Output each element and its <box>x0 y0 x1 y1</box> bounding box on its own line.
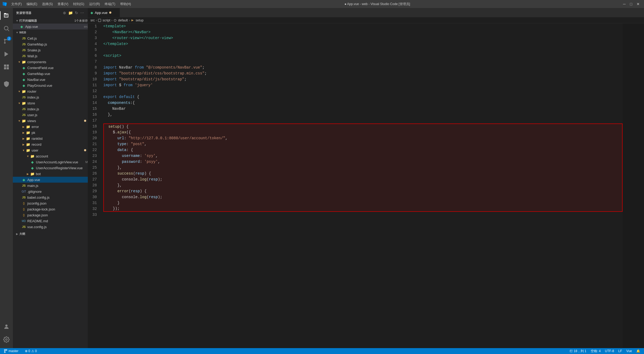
menu-edit[interactable]: 编辑(E) <box>24 1 39 7</box>
folder-ranklist[interactable]: ▶ 📁 ranklist <box>13 135 88 141</box>
folder-components[interactable]: ▼ 📁 components <box>13 59 88 65</box>
folder-views[interactable]: ▼ 📁 views <box>13 118 88 124</box>
status-spaces[interactable]: 空格: 4 <box>590 349 602 353</box>
folder-router[interactable]: ▼ 📁 router <box>13 88 88 94</box>
refresh-button[interactable]: ↻ <box>74 10 79 16</box>
breadcrumb-setup[interactable]: setup <box>131 18 143 22</box>
menu-run[interactable]: 运行(R) <box>87 1 102 7</box>
file-contentfield[interactable]: ◆ ContentField.vue <box>13 65 88 71</box>
menu-file[interactable]: 文件(F) <box>9 1 24 7</box>
code-line-15: NavBar <box>103 106 623 112</box>
file-navbarvue[interactable]: ◆ NavBar.vue <box>13 77 88 82</box>
menu-goto[interactable]: 转到(G) <box>71 1 86 7</box>
close-button[interactable]: ✕ <box>635 1 641 7</box>
activity-extensions[interactable] <box>0 61 13 73</box>
activity-run[interactable] <box>0 48 13 61</box>
vue-icon: ◆ <box>30 160 35 164</box>
status-encoding[interactable]: UTF-8 <box>604 349 615 353</box>
editor-area: ◆ App.vue src › script › default › setup <box>88 8 644 348</box>
new-file-button[interactable]: ⊕ <box>62 10 67 16</box>
folder-icon: 📁 <box>21 89 26 93</box>
activity-account[interactable] <box>0 320 13 333</box>
menu-terminal[interactable]: 终端(T) <box>103 1 117 7</box>
breadcrumb-script[interactable]: script <box>98 18 110 22</box>
folder-account[interactable]: ▼ 📁 account <box>13 153 88 159</box>
folder-user[interactable]: ▼ 📁 user <box>13 147 88 153</box>
activity-search[interactable] <box>0 22 13 35</box>
titlebar-left: 文件(F) 编辑(E) 选择(S) 查看(V) 转到(G) 运行(R) 终端(T… <box>3 1 133 7</box>
code-line-20: url: "http://127.0.0.1:8080/user/account… <box>103 135 623 141</box>
file-gamemapvue[interactable]: ◆ GameMap.vue <box>13 71 88 77</box>
folder-store[interactable]: ▼ 📁 store <box>13 100 88 106</box>
file-snakejs[interactable]: JS Snake.js <box>13 47 88 53</box>
svg-rect-2 <box>4 17 8 17</box>
code-line-6: <script> <box>103 53 623 59</box>
file-store-indexjs[interactable]: JS index.js <box>13 106 88 112</box>
svg-point-24 <box>4 352 5 353</box>
file-useraccountregister[interactable]: ◆ UserAccountRegisterView.vue <box>13 165 88 171</box>
folder-pk[interactable]: ▶ 📁 pk <box>13 130 88 135</box>
folder-bot[interactable]: ▶ 📁 bot <box>13 171 88 177</box>
file-babelconfig[interactable]: JS babel.config.js <box>13 194 88 200</box>
outline-header[interactable]: ▶ 大纲 <box>13 231 88 237</box>
collapse-all-button[interactable]: ⋯ <box>80 10 85 16</box>
folder-icon: 📁 <box>21 119 26 123</box>
file-router-indexjs[interactable]: JS index.js <box>13 94 88 100</box>
js-icon: JS <box>21 225 26 228</box>
folder-record[interactable]: ▶ 📁 record <box>13 141 88 147</box>
folder-error[interactable]: ▶ 📁 error <box>13 124 88 130</box>
code-line-23: username: 'syy', <box>103 153 623 159</box>
status-feedback[interactable]: 🔔 <box>635 349 641 353</box>
folder-chevron: ▼ <box>17 90 21 93</box>
file-gitignore[interactable]: GIT .gitignore <box>13 189 88 194</box>
activity-git[interactable] <box>0 78 13 91</box>
file-gamemapjs[interactable]: JS GameMap.js <box>13 41 88 47</box>
status-errors[interactable]: ⊗ 0 ⚠ 0 <box>24 349 38 353</box>
file-vueconfig[interactable]: JS vue.config.js <box>13 224 88 230</box>
folder-icon: 📁 <box>26 142 31 146</box>
code-line-10: import "bootstrap/dist/js/bootstrap"; <box>103 76 623 82</box>
file-mainjs[interactable]: JS main.js <box>13 183 88 189</box>
status-branch[interactable]: master <box>3 349 20 353</box>
vue-icon: ◆ <box>21 72 26 76</box>
maximize-button[interactable]: □ <box>628 1 634 7</box>
file-packagelock[interactable]: {} package-lock.json <box>13 206 88 212</box>
tab-appvue[interactable]: ◆ App.vue <box>88 8 120 17</box>
file-package[interactable]: {} package.json <box>13 212 88 218</box>
menu-help[interactable]: 帮助(H) <box>118 1 133 7</box>
status-language[interactable]: Vue <box>625 349 633 353</box>
file-store-userjs[interactable]: JS user.js <box>13 112 88 118</box>
minimize-button[interactable]: ─ <box>622 1 627 7</box>
file-appvue[interactable]: ◆ App.vue <box>13 177 88 183</box>
titlebar-menu: 文件(F) 编辑(E) 选择(S) 查看(V) 转到(G) 运行(R) 终端(T… <box>9 1 133 7</box>
titlebar-window-controls: ─ □ ✕ <box>622 1 641 7</box>
vue-icon: ◆ <box>30 166 35 170</box>
js-icon: JS <box>21 107 26 111</box>
breadcrumb-default[interactable]: default <box>113 18 128 22</box>
file-walljs[interactable]: JS Wall.js <box>13 53 88 59</box>
menu-view[interactable]: 查看(V) <box>55 1 70 7</box>
file-jsconfig[interactable]: {} jsconfig.json <box>13 200 88 206</box>
source-control-badge: 2 <box>7 36 11 41</box>
svg-rect-15 <box>7 65 9 67</box>
new-folder-button[interactable]: 📁 <box>68 10 73 16</box>
activity-source-control[interactable]: 2 <box>0 35 13 48</box>
titlebar: 文件(F) 编辑(E) 选择(S) 查看(V) 转到(G) 运行(R) 终端(T… <box>0 0 644 8</box>
breadcrumb-src[interactable]: src <box>90 18 95 22</box>
menu-select[interactable]: 选择(S) <box>40 1 55 7</box>
status-position[interactable]: 行 18，列 1 <box>569 349 588 353</box>
code-line-32: }); <box>103 206 623 212</box>
code-content[interactable]: <template> <NavBar></NavBar> <router-vie… <box>101 23 623 348</box>
open-editor-appvue[interactable]: ◆ App.vue src <box>13 24 88 29</box>
code-line-7 <box>103 59 623 65</box>
status-line-ending[interactable]: LF <box>617 349 623 353</box>
file-readme[interactable]: MD README.md <box>13 218 88 224</box>
file-useraccountlogin[interactable]: ◆ UserAccountLoginView.vue M <box>13 159 88 165</box>
open-editors-header[interactable]: ▼ 打开的编辑器 1个未保存 <box>13 18 88 24</box>
web-section-header[interactable]: ▼ WEB <box>13 29 88 35</box>
activity-settings[interactable] <box>0 333 13 346</box>
activity-explorer[interactable] <box>0 9 13 22</box>
file-playgroundvue[interactable]: ◆ PlayGround.vue <box>13 82 88 88</box>
folder-chevron: ▼ <box>17 61 21 63</box>
file-celljs[interactable]: JS Cell.js <box>13 35 88 41</box>
